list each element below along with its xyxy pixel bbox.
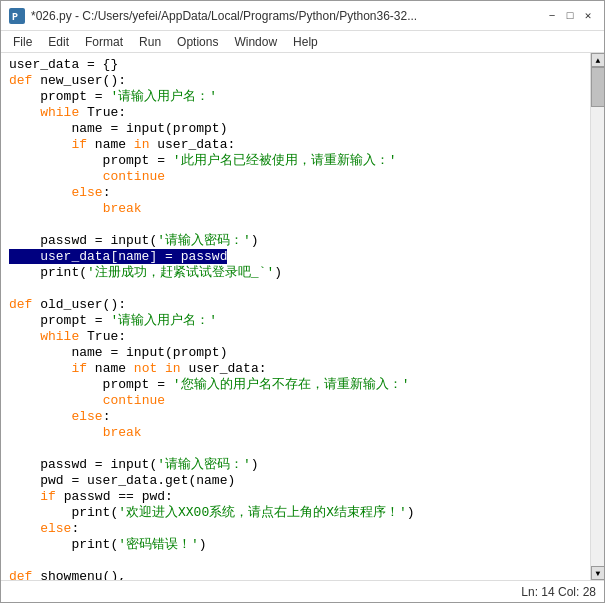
code-line: while True: bbox=[9, 329, 582, 345]
code-line bbox=[9, 553, 582, 569]
code-line: print('欢迎进入XX00系统，请点右上角的X结束程序！') bbox=[9, 505, 582, 521]
code-line: prompt = '您输入的用户名不存在，请重新输入：' bbox=[9, 377, 582, 393]
maximize-button[interactable]: □ bbox=[562, 8, 578, 24]
code-line: def new_user(): bbox=[9, 73, 582, 89]
vertical-scrollbar[interactable]: ▲ ▼ bbox=[590, 53, 604, 580]
code-line: break bbox=[9, 425, 582, 441]
status-bar: Ln: 14 Col: 28 bbox=[1, 580, 604, 602]
code-line: continue bbox=[9, 393, 582, 409]
code-line: if name in user_data: bbox=[9, 137, 582, 153]
svg-text:P: P bbox=[12, 12, 18, 23]
scroll-track[interactable] bbox=[591, 67, 604, 566]
code-line: if name not in user_data: bbox=[9, 361, 582, 377]
code-line: else: bbox=[9, 185, 582, 201]
code-line: prompt = '此用户名已经被使用，请重新输入：' bbox=[9, 153, 582, 169]
title-bar-left: P *026.py - C:/Users/yefei/AppData/Local… bbox=[9, 8, 417, 24]
code-line bbox=[9, 281, 582, 297]
code-line: name = input(prompt) bbox=[9, 345, 582, 361]
code-line: else: bbox=[9, 409, 582, 425]
code-line bbox=[9, 441, 582, 457]
minimize-button[interactable]: − bbox=[544, 8, 560, 24]
scroll-down-button[interactable]: ▼ bbox=[591, 566, 604, 580]
code-line: print('密码错误！') bbox=[9, 537, 582, 553]
code-line: while True: bbox=[9, 105, 582, 121]
menu-run[interactable]: Run bbox=[131, 33, 169, 51]
title-bar: P *026.py - C:/Users/yefei/AppData/Local… bbox=[1, 1, 604, 31]
code-editor[interactable]: user_data = {} def new_user(): prompt = … bbox=[1, 53, 590, 580]
menu-format[interactable]: Format bbox=[77, 33, 131, 51]
code-line: prompt = '请输入用户名：' bbox=[9, 89, 582, 105]
code-line: prompt = '请输入用户名：' bbox=[9, 313, 582, 329]
close-button[interactable]: ✕ bbox=[580, 8, 596, 24]
code-line: name = input(prompt) bbox=[9, 121, 582, 137]
scroll-up-button[interactable]: ▲ bbox=[591, 53, 604, 67]
code-line: passwd = input('请输入密码：') bbox=[9, 457, 582, 473]
title-controls: − □ ✕ bbox=[544, 8, 596, 24]
main-window: P *026.py - C:/Users/yefei/AppData/Local… bbox=[0, 0, 605, 603]
code-line: pwd = user_data.get(name) bbox=[9, 473, 582, 489]
menu-options[interactable]: Options bbox=[169, 33, 226, 51]
menu-bar: File Edit Format Run Options Window Help bbox=[1, 31, 604, 53]
code-line: else: bbox=[9, 521, 582, 537]
code-line: break bbox=[9, 201, 582, 217]
code-line: passwd = input('请输入密码：') bbox=[9, 233, 582, 249]
menu-window[interactable]: Window bbox=[226, 33, 285, 51]
cursor-position: Ln: 14 Col: 28 bbox=[521, 585, 596, 599]
code-area: user_data = {} def new_user(): prompt = … bbox=[1, 53, 604, 580]
menu-file[interactable]: File bbox=[5, 33, 40, 51]
window-title: *026.py - C:/Users/yefei/AppData/Local/P… bbox=[31, 9, 417, 23]
menu-help[interactable]: Help bbox=[285, 33, 326, 51]
code-line-highlighted: user_data[name] = passwd bbox=[9, 249, 582, 265]
code-line: def old_user(): bbox=[9, 297, 582, 313]
scroll-thumb[interactable] bbox=[591, 67, 604, 107]
code-line: continue bbox=[9, 169, 582, 185]
code-line: print('注册成功，赶紧试试登录吧_`') bbox=[9, 265, 582, 281]
code-line: def showmenu(), bbox=[9, 569, 582, 580]
code-line: user_data = {} bbox=[9, 57, 582, 73]
python-icon: P bbox=[9, 8, 25, 24]
code-line: if passwd == pwd: bbox=[9, 489, 582, 505]
code-line bbox=[9, 217, 582, 233]
menu-edit[interactable]: Edit bbox=[40, 33, 77, 51]
